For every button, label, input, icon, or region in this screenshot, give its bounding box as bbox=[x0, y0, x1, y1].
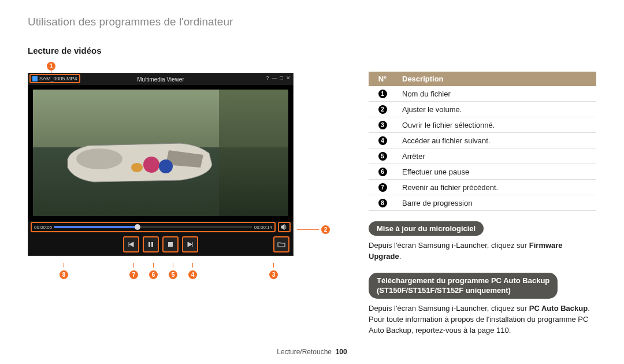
backup-heading-l1: Téléchargement du programme PC Auto Back… bbox=[377, 276, 549, 285]
backup-heading-l2: (ST150F/ST151F/ST152F uniquement) bbox=[377, 286, 511, 295]
video-area bbox=[28, 85, 293, 221]
open-file-button[interactable] bbox=[273, 236, 289, 252]
row-badge: 6 bbox=[378, 168, 387, 176]
row-desc: Arrêter bbox=[396, 148, 596, 164]
video-frame bbox=[33, 90, 288, 216]
row-badge: 2 bbox=[378, 105, 387, 114]
svg-rect-6 bbox=[168, 242, 173, 247]
volume-button[interactable] bbox=[278, 222, 291, 232]
callout-badge-1: 1 bbox=[47, 62, 55, 70]
callout-badge-5: 5 bbox=[169, 270, 177, 279]
app-title: Multimedia Viewer bbox=[137, 76, 184, 83]
progress-fill bbox=[54, 226, 138, 228]
table-row: 2Ajuster le volume. bbox=[369, 102, 596, 117]
content: Lecture de vidéos 1 SAM_0005.MP4 Multime… bbox=[0, 28, 624, 336]
time-total: 00:00:14 bbox=[254, 225, 272, 230]
col-description: Description bbox=[396, 72, 596, 86]
callout-badge-7: 7 bbox=[129, 270, 138, 279]
callout-badge-3: 3 bbox=[269, 270, 278, 279]
filename-box: SAM_0005.MP4 bbox=[29, 74, 80, 83]
window-buttons: ? — □ ✕ bbox=[266, 75, 291, 81]
callout-6: 6 bbox=[149, 263, 158, 279]
progress-knob[interactable] bbox=[135, 224, 140, 230]
table-row: 8Barre de progression bbox=[369, 195, 596, 211]
backup-heading: Téléchargement du programme PC Auto Back… bbox=[369, 273, 558, 299]
callout-5: 5 bbox=[169, 263, 177, 279]
table-row: 4Accéder au fichier suivant. bbox=[369, 133, 596, 148]
progress-row: 00:00:05 00:00:14 bbox=[28, 221, 293, 233]
stop-button[interactable] bbox=[162, 236, 179, 252]
svg-point-0 bbox=[76, 148, 122, 169]
progress-bar[interactable] bbox=[54, 226, 252, 228]
background-trees bbox=[219, 90, 288, 216]
description-table: N° Description 1Nom du fichier 2Ajuster … bbox=[369, 72, 596, 211]
row-badge: 7 bbox=[378, 183, 387, 192]
footer-section: Lecture/Retouche bbox=[277, 348, 332, 356]
maximize-icon[interactable]: □ bbox=[280, 75, 283, 81]
row-badge: 4 bbox=[378, 136, 387, 145]
page-header: Utilisation des programmes de l'ordinate… bbox=[0, 0, 624, 28]
col-number: N° bbox=[369, 72, 396, 86]
svg-point-3 bbox=[131, 163, 143, 172]
table-row: 7Revenir au fichier précédent. bbox=[369, 180, 596, 195]
backup-text-a: Depuis l'écran Samsung i-Launcher, cliqu… bbox=[369, 304, 529, 313]
table-row: 6Effectuer une pause bbox=[369, 164, 596, 180]
callout-badge-8: 8 bbox=[60, 270, 68, 279]
next-button[interactable] bbox=[182, 236, 198, 252]
svg-point-2 bbox=[159, 159, 173, 173]
table-row: 1Nom du fichier bbox=[369, 86, 596, 102]
time-current: 00:00:05 bbox=[34, 225, 52, 230]
row-desc: Barre de progression bbox=[396, 195, 596, 211]
firmware-text-c: . bbox=[399, 252, 402, 261]
left-column: Lecture de vidéos 1 SAM_0005.MP4 Multime… bbox=[28, 46, 322, 336]
boat-image bbox=[65, 139, 215, 185]
multimedia-viewer-window: SAM_0005.MP4 Multimedia Viewer ? — □ ✕ bbox=[28, 73, 294, 256]
callout-2: 2 bbox=[297, 225, 330, 234]
svg-rect-5 bbox=[151, 242, 153, 247]
pause-button[interactable] bbox=[143, 236, 159, 252]
row-badge: 8 bbox=[378, 199, 387, 207]
svg-point-1 bbox=[143, 157, 159, 173]
callout-badge-2: 2 bbox=[321, 225, 330, 234]
row-desc: Ouvrir le fichier sélectionné. bbox=[396, 117, 596, 133]
firmware-heading: Mise à jour du micrologiciel bbox=[369, 221, 484, 236]
filename-text: SAM_0005.MP4 bbox=[39, 76, 77, 81]
row-badge: 3 bbox=[378, 121, 387, 129]
close-icon[interactable]: ✕ bbox=[286, 75, 291, 81]
table-row: 5Arrêter bbox=[369, 148, 596, 164]
row-badge: 5 bbox=[378, 152, 387, 161]
callout-7: 7 bbox=[129, 263, 138, 279]
right-column: N° Description 1Nom du fichier 2Ajuster … bbox=[322, 46, 596, 336]
section-title: Lecture de vidéos bbox=[28, 46, 322, 55]
page-footer: Lecture/Retouche 100 bbox=[0, 348, 624, 356]
svg-rect-4 bbox=[148, 242, 150, 247]
callout-1-top: 1 bbox=[47, 60, 322, 68]
help-icon[interactable]: ? bbox=[266, 75, 269, 81]
row-desc: Effectuer une pause bbox=[396, 164, 596, 180]
callout-3: 3 bbox=[269, 263, 278, 279]
callout-4: 4 bbox=[188, 263, 197, 279]
file-icon bbox=[32, 76, 38, 81]
backup-text-b: PC Auto Backup bbox=[529, 304, 588, 313]
firmware-text: Depuis l'écran Samsung i-Launcher, cliqu… bbox=[369, 240, 596, 262]
row-badge: 1 bbox=[378, 90, 387, 98]
controls-row bbox=[28, 233, 293, 255]
backup-text: Depuis l'écran Samsung i-Launcher, cliqu… bbox=[369, 303, 596, 336]
firmware-text-a: Depuis l'écran Samsung i-Launcher, cliqu… bbox=[369, 241, 529, 250]
callout-badge-6: 6 bbox=[149, 270, 158, 279]
progress-bar-group[interactable]: 00:00:05 00:00:14 bbox=[31, 222, 276, 232]
previous-button[interactable] bbox=[123, 236, 139, 252]
callout-2-line bbox=[297, 229, 319, 230]
row-desc: Accéder au fichier suivant. bbox=[396, 133, 596, 148]
callout-badge-4: 4 bbox=[188, 270, 197, 279]
row-desc: Nom du fichier bbox=[396, 86, 596, 102]
row-desc: Ajuster le volume. bbox=[396, 102, 596, 117]
table-row: 3Ouvrir le fichier sélectionné. bbox=[369, 117, 596, 133]
bottom-callouts: 8 7 6 5 4 3 bbox=[28, 256, 294, 273]
viewer-titlebar: SAM_0005.MP4 Multimedia Viewer ? — □ ✕ bbox=[28, 73, 293, 85]
footer-page: 100 bbox=[336, 348, 347, 356]
callout-8: 8 bbox=[60, 263, 68, 279]
minimize-icon[interactable]: — bbox=[272, 75, 277, 81]
row-desc: Revenir au fichier précédent. bbox=[396, 180, 596, 195]
